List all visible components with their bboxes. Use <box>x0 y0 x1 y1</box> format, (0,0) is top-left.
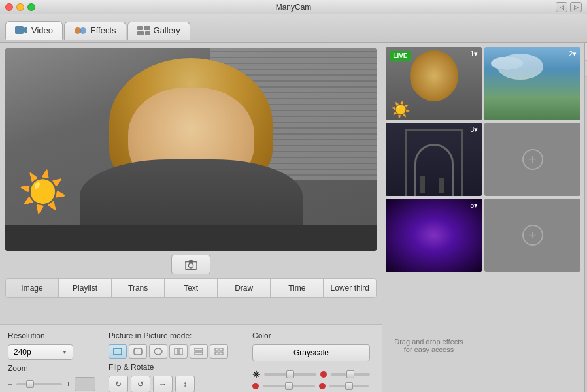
resolution-group: Resolution 240p ▼ Zoom − + <box>8 331 95 391</box>
tab-playlist[interactable]: Playlist <box>59 279 112 297</box>
cell-1-face <box>410 50 458 101</box>
tab-effects-label: Effects <box>90 25 116 35</box>
zoom-row: − + <box>8 377 95 391</box>
zoom-display <box>75 377 95 391</box>
live-badge: LIVE <box>390 51 411 61</box>
saturation-slider-2[interactable] <box>331 373 370 376</box>
arch-inner <box>405 129 463 196</box>
person-2 <box>439 178 444 193</box>
svg-rect-20 <box>215 352 218 355</box>
svg-point-3 <box>80 27 86 34</box>
svg-point-9 <box>189 263 193 268</box>
title-bar-right: ◁ ▷ <box>556 2 582 12</box>
add-cell-4-button[interactable]: + <box>522 149 543 170</box>
zoom-plus[interactable]: + <box>66 380 71 389</box>
effects-icon <box>74 25 87 36</box>
color-group: Color Grayscale ❋ <box>252 331 370 392</box>
red-slider-2[interactable] <box>329 385 369 387</box>
resolution-label: Resolution <box>8 331 95 340</box>
red-thumb-2 <box>345 382 353 390</box>
ground <box>484 97 580 120</box>
flip-cw[interactable]: ↻ <box>109 376 128 392</box>
flip-buttons: ↻ ↺ ↔ ↕ <box>109 376 239 392</box>
cell-1-num: 1▾ <box>470 50 478 58</box>
tab-video-label: Video <box>31 25 53 35</box>
pip-btn-grid[interactable] <box>210 344 228 359</box>
svg-rect-6 <box>137 31 144 35</box>
tab-video[interactable]: Video <box>5 21 63 40</box>
title-btn-2[interactable]: ▷ <box>570 2 582 12</box>
add-cell-6-button[interactable]: + <box>522 225 543 246</box>
svg-rect-18 <box>215 348 218 351</box>
color-dot-red2 <box>319 383 326 389</box>
tab-trans[interactable]: Trans <box>112 279 165 297</box>
flip-v[interactable]: ↕ <box>175 376 195 392</box>
tab-image[interactable]: Image <box>6 279 59 297</box>
zoom-thumb <box>26 380 34 388</box>
pip-btn-wide[interactable] <box>149 344 167 359</box>
pip-btn-square[interactable] <box>109 344 127 359</box>
flip-h[interactable]: ↔ <box>153 376 173 392</box>
pip-btn-rounded[interactable] <box>129 344 147 359</box>
pip-group: Picture in Picture mode: <box>109 331 239 392</box>
tab-bar: Video Effects Gallery <box>0 14 587 43</box>
video-preview[interactable]: ☀️ <box>5 48 377 251</box>
gallery-icon <box>137 25 150 36</box>
zoom-slider[interactable] <box>16 383 62 385</box>
tab-lower-third[interactable]: Lower third <box>324 279 376 297</box>
camera-capture-button[interactable] <box>171 255 210 274</box>
svg-rect-15 <box>179 348 182 355</box>
video-cell-1[interactable]: LIVE 1▾ ☀️ <box>386 47 482 120</box>
video-background <box>5 48 377 251</box>
cell-1-sun: ☀️ <box>391 101 411 119</box>
right-panel: Selected × Sun × Favorites <box>584 43 587 392</box>
pip-btn-split2[interactable] <box>169 344 188 359</box>
bottom-tabs: Image Playlist Trans Text Draw Time Lowe… <box>5 278 377 298</box>
cell-5-bg <box>386 199 482 272</box>
minimize-button[interactable] <box>16 3 24 11</box>
color-dot-red-sat <box>320 371 327 378</box>
tab-text[interactable]: Text <box>165 279 218 297</box>
red-thumb <box>285 382 293 390</box>
title-btn-1[interactable]: ◁ <box>556 2 567 12</box>
resolution-dropdown[interactable]: 240p ▼ <box>8 344 73 360</box>
svg-rect-11 <box>114 348 122 355</box>
video-cell-4[interactable]: + <box>484 123 580 196</box>
pip-label: Picture in Picture mode: <box>109 331 239 340</box>
video-cell-2[interactable]: 2▾ <box>484 47 580 120</box>
dropdown-arrow: ▼ <box>62 350 67 355</box>
cell-2-num: 2▾ <box>569 50 577 58</box>
tab-time[interactable]: Time <box>271 279 324 297</box>
video-cell-6[interactable]: + <box>484 199 580 272</box>
red-slider[interactable] <box>263 385 315 387</box>
close-button[interactable] <box>5 3 13 11</box>
svg-point-13 <box>154 348 162 355</box>
left-video-panel: ☀️ Image Playlist Trans Text Draw Time L… <box>0 43 382 324</box>
title-bar: ManyCam ◁ ▷ <box>0 0 587 14</box>
svg-rect-19 <box>220 348 223 351</box>
pip-buttons <box>109 344 239 359</box>
cell-5-num: 5▾ <box>470 201 478 210</box>
video-cell-3[interactable]: 3▾ <box>386 123 482 196</box>
video-cell-5[interactable]: 5▾ <box>386 199 482 272</box>
flip-ccw[interactable]: ↺ <box>131 376 150 392</box>
color-row-saturation: ❋ <box>252 369 370 380</box>
svg-rect-14 <box>175 348 178 355</box>
color-dot-red <box>252 383 259 389</box>
camera-icon <box>185 259 197 270</box>
tab-gallery[interactable]: Gallery <box>127 22 190 40</box>
saturation-slider[interactable] <box>264 373 316 376</box>
tab-draw[interactable]: Draw <box>218 279 271 297</box>
person-1 <box>420 176 425 193</box>
color-sliders: ❋ <box>252 369 370 392</box>
svg-rect-4 <box>137 26 143 30</box>
grayscale-button[interactable]: Grayscale <box>252 344 370 361</box>
zoom-minus[interactable]: − <box>8 380 12 389</box>
video-grid: LIVE 1▾ ☀️ 2▾ 3▾ <box>382 43 584 392</box>
window-buttons <box>5 3 35 11</box>
tab-effects[interactable]: Effects <box>64 22 126 40</box>
saturation-thumb <box>286 370 294 378</box>
cell-2-bg <box>484 47 580 120</box>
maximize-button[interactable] <box>27 3 35 11</box>
pip-btn-split3[interactable] <box>190 344 208 359</box>
